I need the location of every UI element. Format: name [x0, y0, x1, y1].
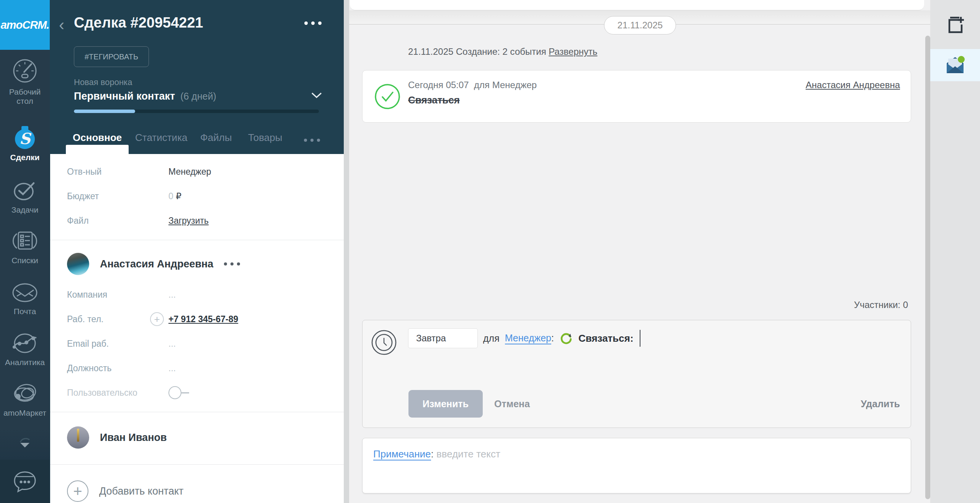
timeline-feed: 21.11.2025 21.11.2025 Создание: 2 событи… — [349, 0, 931, 503]
stage-name: Первичный контакт — [74, 90, 175, 102]
repeat-task-icon — [559, 331, 573, 345]
feed-scrollbar[interactable] — [925, 36, 930, 499]
text-caret — [640, 330, 640, 347]
chevron-down-icon — [18, 434, 32, 454]
panel-divider[interactable] — [344, 0, 349, 503]
right-rail — [930, 0, 980, 503]
upload-file-link[interactable]: Загрузить — [168, 216, 209, 226]
note-input-card[interactable]: Примечание: введите текст — [362, 438, 911, 493]
sidebar-more-section[interactable] — [0, 428, 50, 460]
plus-circle-icon: + — [67, 480, 88, 502]
dashboard-icon — [11, 57, 38, 84]
field-row-budget: Бюджет 0 ₽ — [67, 184, 332, 208]
tab-main[interactable]: Основное — [73, 132, 122, 144]
task-author-link[interactable]: Анастасия Андреевна — [806, 80, 900, 90]
contact-card-header-secondary: Иван Иванов — [67, 418, 332, 457]
add-phone-icon[interactable]: + — [150, 312, 164, 326]
phone-link[interactable]: +7 912 345-67-89 — [168, 314, 238, 324]
sidebar-item-dashboard[interactable]: Рабочий стол — [0, 57, 50, 106]
contact-avatar — [67, 253, 89, 275]
sidebar-item-label: Списки — [11, 256, 38, 265]
responsible-value[interactable]: Менеджер — [168, 167, 211, 177]
sidebar-item-label: Почта — [14, 307, 36, 316]
custom-field-toggle[interactable] — [168, 386, 189, 399]
sidebar-item-deals[interactable]: S Сделки — [0, 125, 50, 162]
position-value[interactable]: ... — [168, 363, 176, 374]
analytics-icon — [11, 332, 39, 355]
field-row-position: Должность ... — [67, 356, 332, 380]
events-summary: 21.11.2025 Создание: 2 события Развернут… — [408, 46, 598, 57]
tasks-icon — [12, 179, 38, 202]
delete-button[interactable]: Удалить — [861, 390, 900, 418]
stage-selector[interactable]: Первичный контакт (6 дней) — [74, 90, 216, 102]
sidebar-item-lists[interactable]: Списки — [0, 228, 50, 265]
note-line: Примечание: введите текст — [373, 448, 500, 460]
sidebar-item-mail[interactable]: Почта — [0, 282, 50, 316]
deals-icon: S — [12, 125, 38, 150]
field-row-custom: Пользовательско — [67, 380, 332, 405]
field-label: Компания — [67, 290, 168, 300]
add-widget-button[interactable] — [930, 11, 980, 38]
back-button[interactable]: ‹ — [59, 17, 64, 33]
tab-statistics[interactable]: Статистика — [135, 132, 188, 144]
contact-name[interactable]: Анастасия Андреевна — [100, 258, 213, 270]
task-type-text: Связаться: — [578, 333, 634, 344]
support-chat-button[interactable] — [0, 460, 50, 503]
stage-progress-fill — [74, 110, 135, 113]
task-done-check-icon[interactable] — [374, 83, 401, 110]
add-contact-button[interactable]: + Добавить контакт — [67, 470, 332, 503]
pipeline-name: Новая воронка — [74, 77, 132, 87]
deal-title: Сделка #20954221 — [74, 15, 203, 31]
sidebar-item-tasks[interactable]: Задачи — [0, 179, 50, 215]
mail-notifications-button[interactable] — [930, 49, 980, 81]
deal-menu-button[interactable] — [304, 21, 322, 25]
add-contact-label: Добавить контакт — [99, 485, 183, 497]
deal-panel: ‹ Сделка #20954221 #ТЕГИРОВАТЬ Новая вор… — [50, 0, 344, 503]
assignee-select[interactable]: Менеджер — [505, 333, 551, 344]
contact-avatar — [67, 426, 89, 449]
toggle-knob — [168, 386, 181, 399]
sidebar-item-label: Задачи — [11, 205, 39, 215]
date-badge: 21.11.2025 — [604, 16, 676, 34]
contact-name[interactable]: Иван Иванов — [100, 432, 167, 444]
expand-link[interactable]: Развернуть — [549, 46, 597, 57]
toggle-line — [181, 392, 189, 393]
tab-products[interactable]: Товары — [248, 132, 282, 144]
amocrm-logo[interactable]: amoCRM. — [0, 0, 50, 50]
note-placeholder: введите текст — [436, 448, 500, 460]
task-composer[interactable]: для Менеджер: Связаться: Изменить Отмена… — [362, 320, 911, 428]
field-label: Файл — [67, 216, 168, 226]
sidebar-item-analytics[interactable]: Аналитика — [0, 332, 50, 367]
company-value[interactable]: ... — [168, 290, 176, 300]
feed-top-strip — [350, 0, 924, 10]
cancel-button[interactable]: Отмена — [494, 390, 530, 418]
due-date-input[interactable] — [408, 328, 478, 348]
colon: : — [551, 333, 554, 344]
tabs-more-button[interactable] — [304, 139, 320, 142]
lists-icon — [12, 228, 38, 253]
participants-counter: Участники: 0 — [854, 300, 908, 310]
budget-value[interactable]: 0 ₽ — [168, 191, 181, 202]
composer-buttons: Изменить Отмена Удалить — [363, 390, 911, 418]
add-tag-button[interactable]: #ТЕГИРОВАТЬ — [74, 46, 149, 67]
tab-files[interactable]: Файлы — [200, 132, 232, 144]
sidebar-item-amomarket[interactable]: amoМаркет — [0, 382, 50, 418]
note-type-select[interactable]: Примечание — [373, 448, 431, 460]
stage-progress-bar — [74, 110, 319, 113]
chat-bubble-icon — [12, 470, 38, 493]
deal-fields-panel: Отв-ный Менеджер Бюджет 0 ₽ Файл Загрузи… — [50, 154, 344, 503]
field-row-work-email: Email раб. ... — [67, 331, 332, 356]
summary-date: 21.11.2025 — [408, 46, 453, 57]
task-done-text: Связаться — [408, 94, 460, 106]
section-divider — [50, 412, 344, 412]
email-value[interactable]: ... — [168, 339, 176, 349]
svg-text:S: S — [20, 129, 32, 147]
main-sidebar: amoCRM. Рабочий стол S Сделки — [0, 0, 50, 503]
field-row-responsible: Отв-ный Менеджер — [67, 159, 332, 184]
clock-icon — [371, 329, 397, 356]
amocrm-logo-text: amoCRM. — [1, 19, 49, 31]
stage-chevron-icon[interactable] — [311, 92, 322, 99]
contact-menu-button[interactable] — [224, 262, 240, 265]
submit-button[interactable]: Изменить — [408, 390, 483, 418]
field-label: Отв-ный — [67, 167, 168, 177]
